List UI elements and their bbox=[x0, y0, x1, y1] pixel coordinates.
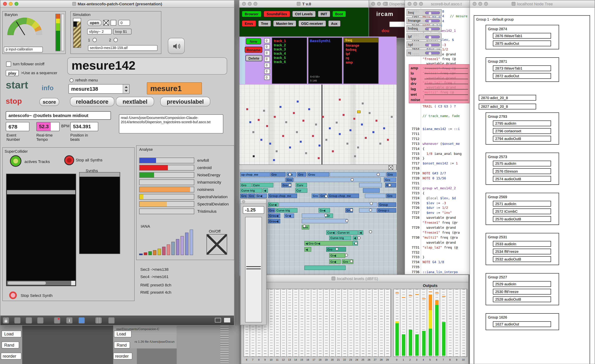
stop-all-synths-button[interactable] bbox=[64, 155, 74, 165]
timeline-clip[interactable]: Curve trig bbox=[240, 188, 262, 193]
menu-arrows[interactable] bbox=[123, 85, 129, 93]
rand-button[interactable]: Rand bbox=[2, 342, 19, 349]
note-dot[interactable] bbox=[276, 150, 278, 152]
t-button-envs[interactable]: Envs bbox=[241, 20, 256, 27]
note-grid[interactable] bbox=[240, 85, 397, 167]
zero-number-box[interactable]: 0 bbox=[264, 57, 270, 62]
param-item[interactable]: fmrange bbox=[346, 44, 359, 48]
reorder-button[interactable]: reorder bbox=[113, 353, 132, 360]
simulation-number-box[interactable]: 0 bbox=[119, 20, 130, 26]
note-dot[interactable] bbox=[285, 121, 287, 123]
note-dot[interactable] bbox=[322, 116, 324, 118]
timeline-clip[interactable]: ◀ bbox=[358, 230, 363, 235]
note-dot[interactable] bbox=[336, 122, 338, 124]
note-dot[interactable] bbox=[387, 139, 389, 141]
timeline-clip[interactable]: Gro bbox=[240, 193, 248, 198]
timeline-clip[interactable]: Grou◀ bbox=[268, 214, 280, 218]
timeline-clip[interactable]: Gro bbox=[286, 178, 293, 182]
timeline-clip[interactable]: Cur◀ bbox=[326, 230, 336, 235]
synth-box[interactable]: BassSynth1 5+0 55+ 5 146 bbox=[308, 37, 342, 84]
t-button-browser[interactable]: Browser bbox=[241, 11, 262, 17]
track-list[interactable]: track_1track_2track_3track_4track_5track… bbox=[272, 37, 307, 84]
event-number-box[interactable]: 678 bbox=[6, 122, 29, 131]
t-button-tree[interactable]: Tree bbox=[258, 20, 271, 27]
measure1-box[interactable]: mesure1 bbox=[147, 82, 202, 94]
param-item[interactable]: amp bbox=[346, 60, 353, 64]
load-button[interactable]: Load bbox=[2, 330, 21, 337]
presentation-mode-icon[interactable] bbox=[215, 318, 221, 322]
position-box[interactable]: 534.391 bbox=[70, 122, 98, 131]
note-dot[interactable] bbox=[273, 159, 275, 161]
read-message[interactable]: read /Users/jose/Documents/Composicion-C… bbox=[119, 114, 223, 134]
timeline-clip[interactable]: Group bbox=[378, 202, 396, 207]
minimize-button[interactable] bbox=[248, 2, 252, 6]
patching-mode-icon[interactable] bbox=[224, 318, 230, 322]
zero-number-box[interactable]: 0 bbox=[264, 69, 270, 74]
close-icon[interactable] bbox=[389, 165, 393, 170]
note-dot[interactable] bbox=[315, 124, 317, 126]
note-dot[interactable] bbox=[308, 108, 310, 110]
note-dot[interactable] bbox=[253, 155, 255, 157]
note-dot[interactable] bbox=[379, 143, 381, 145]
timeline-title-strip[interactable] bbox=[240, 165, 396, 170]
track-item[interactable]: track_6 bbox=[274, 60, 286, 64]
automation-point[interactable] bbox=[303, 225, 306, 228]
note-dot[interactable] bbox=[369, 112, 371, 114]
timeline-clip[interactable] bbox=[365, 193, 386, 198]
param-item[interactable]: rq bbox=[346, 56, 349, 60]
probe-icon[interactable] bbox=[54, 317, 61, 324]
timeline-clip[interactable]: Gr◀ bbox=[255, 193, 267, 198]
note-dot[interactable] bbox=[318, 157, 320, 159]
note-dot[interactable] bbox=[300, 141, 302, 143]
float-title-strip[interactable] bbox=[241, 199, 266, 204]
close-button[interactable] bbox=[242, 2, 246, 6]
note-dot[interactable] bbox=[353, 118, 355, 120]
timeline-clip[interactable]: Gro bbox=[240, 183, 252, 187]
t-button-init[interactable]: INIT bbox=[318, 11, 330, 17]
follower-checkbox[interactable] bbox=[6, 62, 11, 67]
antescofo-message[interactable]: antescofo~ @outlets beatnum midiout bbox=[6, 111, 111, 120]
param-item[interactable]: fmfreq bbox=[346, 48, 356, 52]
load-button[interactable]: Load bbox=[114, 330, 132, 337]
zero-number-box[interactable]: 0 bbox=[264, 63, 270, 68]
timeline-clip[interactable]: Gro bbox=[387, 172, 397, 177]
automation-point[interactable] bbox=[369, 230, 372, 233]
title-bar[interactable]: Max-antescofo-patch-Concert (presentatio… bbox=[0, 0, 234, 8]
note-dot[interactable] bbox=[354, 155, 356, 157]
t-button-ctrllevels[interactable]: Ctrl Levels bbox=[292, 11, 316, 17]
dispersion-text-field[interactable] bbox=[389, 21, 406, 27]
radio-1[interactable] bbox=[92, 38, 97, 42]
timeline-clip[interactable] bbox=[359, 183, 382, 187]
onoff-toggle[interactable] bbox=[206, 234, 227, 255]
minimize-button[interactable] bbox=[413, 2, 417, 6]
timeline-clip[interactable]: ◀ bbox=[305, 247, 311, 252]
note-dot[interactable] bbox=[329, 127, 331, 129]
automation-point[interactable] bbox=[388, 184, 391, 187]
note-dot[interactable] bbox=[365, 137, 367, 139]
automation-point[interactable] bbox=[377, 173, 380, 176]
code-editor[interactable]: freqfmrangefmfreqlpfhpfrq amplolppdrvlag… bbox=[405, 8, 474, 274]
selected-row[interactable] bbox=[7, 190, 75, 194]
radio-2[interactable] bbox=[113, 38, 118, 42]
actives-tracks-button[interactable] bbox=[10, 155, 21, 167]
t-button-masterlev[interactable]: Master-lev bbox=[273, 20, 296, 27]
param-item[interactable]: lpf bbox=[346, 52, 350, 56]
note-dot[interactable] bbox=[325, 139, 327, 141]
automation-point[interactable] bbox=[357, 236, 361, 239]
t-button-oscreceiver[interactable]: OSC-receiver bbox=[298, 20, 326, 27]
close-button[interactable] bbox=[473, 2, 477, 6]
timeline-clip[interactable]: Group chop_me bbox=[268, 193, 297, 198]
zoom-button[interactable] bbox=[254, 2, 257, 6]
new-track-button[interactable]: New bbox=[246, 38, 261, 44]
note-dot[interactable] bbox=[339, 99, 341, 101]
vertical-slider[interactable] bbox=[245, 217, 262, 322]
timeline-clip[interactable] bbox=[240, 178, 285, 182]
note-dot[interactable] bbox=[280, 106, 282, 108]
note-dot[interactable] bbox=[375, 120, 377, 122]
automation-point[interactable] bbox=[370, 202, 373, 205]
timeline-clip[interactable]: ◀ Gro Gr◀ bbox=[305, 241, 355, 246]
title-bar[interactable]: localhost Node Tree bbox=[470, 0, 595, 8]
automation-point[interactable] bbox=[325, 195, 328, 198]
mixer-slider[interactable] bbox=[425, 52, 440, 54]
note-dot[interactable] bbox=[260, 139, 262, 141]
